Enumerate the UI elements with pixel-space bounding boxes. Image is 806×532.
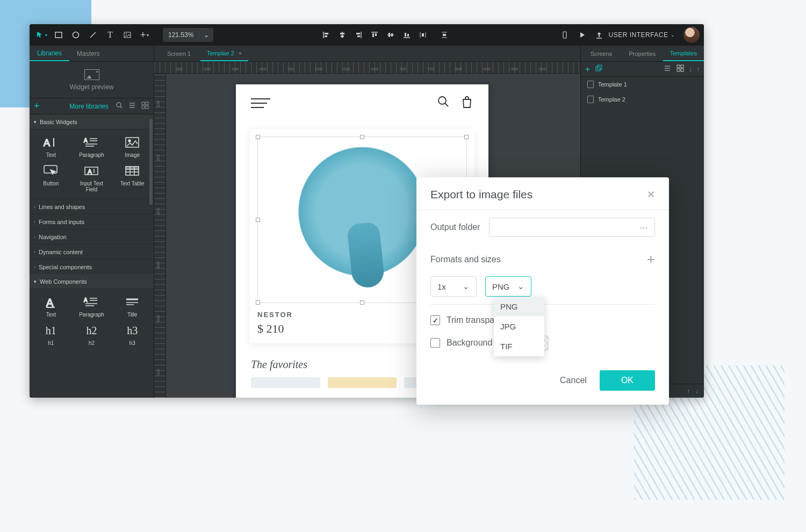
distribute-v-icon[interactable] <box>437 27 452 42</box>
close-tab-icon[interactable]: × <box>239 50 242 56</box>
size-select[interactable]: 1x ⌄ <box>430 276 477 297</box>
widget-paragraph[interactable]: AParagraph <box>73 134 111 160</box>
background-color-checkbox[interactable] <box>430 338 440 348</box>
resize-handle[interactable] <box>464 135 469 139</box>
web-widget-text[interactable]: AText <box>32 293 70 320</box>
move-up-icon[interactable]: ↑ <box>687 387 690 395</box>
format-dropdown: PNG JPG TIF <box>494 297 544 356</box>
widget-image[interactable]: Image <box>113 134 152 160</box>
tab-properties[interactable]: Properties <box>622 46 663 61</box>
image-tool-icon[interactable] <box>120 27 135 42</box>
output-folder-input[interactable]: ⋯ <box>489 218 656 237</box>
align-middle-icon[interactable] <box>383 27 398 42</box>
widget-input-text[interactable]: AInput Text Field <box>73 162 111 195</box>
align-left-icon[interactable] <box>319 27 334 42</box>
line-tool-icon[interactable] <box>85 27 100 42</box>
tab-libraries[interactable]: Libraries <box>30 46 69 61</box>
document-icon <box>587 96 594 103</box>
hamburger-icon[interactable] <box>251 98 270 108</box>
add-tool-icon[interactable]: +▾ <box>137 27 152 42</box>
ellipse-tool-icon[interactable] <box>68 27 83 42</box>
search-icon[interactable] <box>437 95 450 111</box>
tab-screens[interactable]: Screens <box>581 46 622 61</box>
list-view-icon[interactable] <box>663 64 672 74</box>
widget-preview-label: Widget preview <box>69 83 113 91</box>
template-item[interactable]: Templae 2 <box>581 92 704 107</box>
formats-section-label: Formats and sizes <box>430 255 501 264</box>
cancel-button[interactable]: Cancel <box>560 376 587 385</box>
sort-up-icon[interactable]: ↑ <box>696 66 700 73</box>
output-folder-label: Output folder <box>430 222 480 232</box>
device-preview-icon[interactable] <box>557 27 572 42</box>
section-forms-inputs[interactable]: ›Forms and inputs <box>30 214 154 229</box>
align-right-icon[interactable] <box>351 27 366 42</box>
svg-text:A: A <box>84 297 88 303</box>
favorite-card[interactable] <box>328 377 397 388</box>
svg-text:A: A <box>84 138 88 143</box>
search-icon[interactable] <box>115 101 124 111</box>
svg-point-4 <box>126 33 127 34</box>
grid-view-icon[interactable] <box>676 64 685 74</box>
add-format-icon[interactable]: + <box>647 251 655 268</box>
canvas-tab-screen1[interactable]: Screen 1 <box>161 46 197 61</box>
cursor-tool-icon[interactable]: ▾ <box>34 27 49 42</box>
favorite-card[interactable] <box>251 377 320 388</box>
rectangle-tool-icon[interactable] <box>51 27 66 42</box>
align-center-h-icon[interactable] <box>335 27 350 42</box>
more-libraries-link[interactable]: More libraries <box>69 103 109 110</box>
section-navigation[interactable]: ›Navigation <box>30 229 154 244</box>
section-lines-shapes[interactable]: ›Lines and shapes <box>30 199 154 214</box>
format-option-png[interactable]: PNG <box>494 297 544 317</box>
align-bottom-icon[interactable] <box>399 27 414 42</box>
play-icon[interactable] <box>574 27 589 42</box>
svg-rect-7 <box>325 35 327 37</box>
resize-handle[interactable] <box>360 135 364 139</box>
sort-down-icon[interactable]: ↓ <box>689 66 692 73</box>
widget-text-table[interactable]: Text Table <box>113 162 152 195</box>
add-library-icon[interactable]: + <box>34 100 40 112</box>
web-widget-h3[interactable]: h3h3 <box>113 322 152 348</box>
text-tool-icon[interactable]: T <box>103 27 118 42</box>
user-avatar[interactable] <box>683 27 700 43</box>
add-template-icon[interactable]: + <box>585 64 590 74</box>
web-widget-paragraph[interactable]: AParagraph <box>73 293 111 320</box>
align-top-icon[interactable] <box>367 27 382 42</box>
widget-text[interactable]: AText <box>32 134 70 160</box>
svg-text:A: A <box>44 138 50 148</box>
section-dynamic-content[interactable]: ›Dynamic content <box>30 244 154 259</box>
close-icon[interactable]: ✕ <box>647 189 655 200</box>
svg-rect-79 <box>681 69 683 71</box>
ellipsis-icon[interactable]: ⋯ <box>639 222 648 233</box>
resize-handle[interactable] <box>256 300 260 305</box>
svg-rect-36 <box>142 102 145 105</box>
upload-icon[interactable] <box>592 27 607 42</box>
resize-handle[interactable] <box>256 135 260 139</box>
section-special-components[interactable]: ›Special components <box>30 259 154 274</box>
project-menu[interactable]: USER INTERFACE ⌄ <box>609 31 675 39</box>
widget-button[interactable]: Button <box>32 162 70 195</box>
resize-handle[interactable] <box>256 218 260 222</box>
chevron-down-icon[interactable]: ⌄ <box>199 31 213 39</box>
section-web-components[interactable]: ▾Web Components <box>30 274 154 289</box>
format-option-tif[interactable]: TIF <box>494 336 544 356</box>
duplicate-icon[interactable] <box>594 64 603 74</box>
distribute-h-icon[interactable] <box>415 27 430 42</box>
move-down-icon[interactable]: ↓ <box>695 387 699 395</box>
web-widget-h1[interactable]: h1h1 <box>32 322 70 348</box>
zoom-control[interactable]: 121.53% ⌄ <box>163 28 213 42</box>
trim-checkbox[interactable] <box>430 315 440 325</box>
grid-view-icon[interactable] <box>141 101 149 111</box>
tab-masters[interactable]: Masters <box>69 46 107 61</box>
canvas-tab-template2[interactable]: Templae 2× <box>200 46 248 61</box>
web-widget-h2[interactable]: h2h2 <box>73 322 111 348</box>
format-select[interactable]: PNG ⌄ <box>485 276 531 297</box>
section-basic-widgets[interactable]: ▾ Basic Widgets <box>30 114 154 130</box>
shopping-bag-icon[interactable] <box>460 95 473 111</box>
list-view-icon[interactable] <box>128 101 136 111</box>
template-item[interactable]: Template 1 <box>581 77 704 92</box>
tab-templates[interactable]: Templates <box>663 46 704 61</box>
web-widget-title[interactable]: Title <box>113 293 152 320</box>
resize-handle[interactable] <box>360 300 364 305</box>
format-option-jpg[interactable]: JPG <box>494 317 544 336</box>
ok-button[interactable]: OK <box>600 370 655 391</box>
